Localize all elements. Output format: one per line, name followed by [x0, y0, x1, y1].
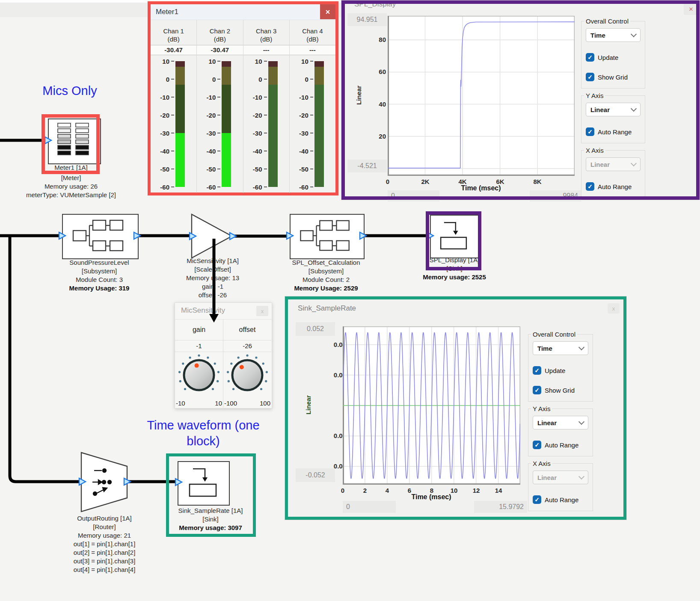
pin-icon[interactable]: [427, 232, 433, 239]
meter-segment: [222, 133, 231, 187]
pin-icon[interactable]: [190, 233, 196, 240]
meter-tick-dash: [310, 61, 313, 62]
mic-panel-title: MicSensitivity: [181, 306, 225, 315]
close-button[interactable]: ✕: [684, 3, 698, 15]
pin-icon[interactable]: [175, 479, 182, 486]
channel-scale: 10 0 -10 -20 -30 -40 -50 -60: [197, 55, 243, 193]
x-axis-label: Time (msec): [461, 184, 501, 192]
y-tick-label: 20: [365, 132, 386, 141]
pin-icon[interactable]: [287, 232, 293, 239]
pin-icon[interactable]: [45, 137, 51, 144]
meter1-window-titlebar[interactable]: Meter1 ✕: [151, 4, 335, 20]
meter-segment: [222, 61, 231, 67]
x-max-field[interactable]: 9984: [530, 190, 581, 201]
y-tick-label: 40: [365, 100, 386, 109]
sink-y-axis-dropdown[interactable]: Linear: [533, 416, 588, 429]
meter-tick-dash: [264, 187, 267, 187]
chart-plot: [388, 16, 575, 176]
meter-scale-tick: -10: [243, 94, 262, 101]
sink-auto-range-checkbox[interactable]: ✓ Auto Range: [533, 441, 588, 449]
checkbox-checked-icon: ✓: [586, 182, 594, 191]
meter-scale-tick: -10: [290, 94, 308, 101]
x-min-field[interactable]: 0: [343, 501, 396, 513]
meter-tick-dash: [310, 115, 313, 115]
param-name: offset: [223, 320, 271, 340]
spl-show-grid-checkbox[interactable]: ✓ Show Grid: [586, 73, 641, 81]
dropdown-value: Linear: [590, 106, 610, 113]
sink-plot[interactable]: [343, 326, 520, 485]
y-max-field[interactable]: 94.951: [347, 13, 387, 26]
knob-icon[interactable]: [177, 353, 221, 397]
meter-scale-tick: -10: [197, 94, 216, 101]
checkbox-label: Auto Range: [545, 441, 578, 449]
meter-scale-tick: -60: [197, 184, 216, 191]
spl-plot[interactable]: [388, 16, 575, 176]
pin-icon[interactable]: [360, 232, 366, 239]
meter-scale-tick: -10: [151, 94, 169, 101]
spl-y-axis-dropdown[interactable]: Linear: [586, 103, 641, 116]
chevron-down-icon: [578, 344, 584, 350]
meter-scale-tick: -20: [151, 112, 169, 119]
meter-scale-tick: -20: [197, 112, 216, 119]
x-tick-label: 2: [363, 486, 367, 495]
sink-samplerate-window: Sink_SampleRate x 0.052 -0.052 Linear Ti…: [285, 296, 627, 520]
close-button[interactable]: x: [608, 303, 620, 314]
meter-tick-dash: [171, 187, 174, 187]
meter-channel-4: Chan 4(dB) --- 10 0 -10 -20 -30 -40 -50 …: [290, 20, 335, 193]
pin-icon[interactable]: [230, 233, 236, 240]
sink-show-grid-checkbox[interactable]: ✓ Show Grid: [533, 386, 588, 394]
close-button[interactable]: x: [256, 306, 268, 316]
channel-scale: 10 0 -10 -20 -30 -40 -50 -60: [243, 55, 289, 193]
checkbox-checked-icon: ✓: [586, 127, 594, 136]
y-min-field[interactable]: -0.052: [296, 468, 335, 482]
x-max-field[interactable]: 15.9792: [474, 501, 527, 513]
channel-value: -30.47: [197, 45, 243, 55]
pin-icon[interactable]: [59, 232, 65, 239]
knob-zone: -100 100: [223, 352, 271, 409]
mic-params: gain -1 -10 10 offset -26 -100: [175, 320, 272, 409]
mic-panel-titlebar[interactable]: MicSensitivity x: [175, 303, 272, 320]
meter-scale-tick: -60: [290, 184, 308, 191]
spl-group-overall-control: Overall Control Time ✓ Update ✓ Show Gri…: [581, 21, 645, 89]
meter-tick-dash: [310, 133, 313, 133]
param-value: -26: [223, 340, 271, 352]
sink-update-checkbox[interactable]: ✓ Update: [533, 366, 588, 375]
meter-bar: [268, 61, 278, 187]
sink-overall-control-dropdown[interactable]: Time: [533, 341, 588, 355]
x-tick-label: 10: [451, 486, 458, 495]
meter-scale-tick: -30: [151, 130, 169, 137]
y-max-field[interactable]: 0.052: [296, 322, 335, 336]
meter-scale-tick: -20: [243, 112, 262, 119]
sink-group-x-axis: X Axis Linear ✓ Auto Range: [528, 463, 593, 511]
meter-tick-dash: [217, 97, 220, 98]
checkbox-label: Show Grid: [545, 387, 575, 394]
x-tick-label: 0: [341, 486, 344, 495]
pin-icon[interactable]: [79, 478, 86, 485]
knob-icon[interactable]: [225, 353, 270, 397]
meter-segment: [175, 67, 185, 85]
meter-scale-tick: -40: [151, 148, 169, 155]
spl-auto-range-checkbox[interactable]: ✓ Auto Range: [586, 127, 641, 136]
meter-tick-dash: [264, 79, 267, 80]
meter-scale-tick: 10: [290, 58, 308, 65]
param-value: -1: [175, 340, 223, 352]
y-min-field[interactable]: -4.521: [347, 160, 387, 172]
spl-auto-range-checkbox[interactable]: ✓ Auto Range: [586, 182, 641, 191]
meter-tick-dash: [217, 187, 220, 187]
pin-icon[interactable]: [124, 478, 131, 485]
spl-overall-control-dropdown[interactable]: Time: [586, 28, 641, 42]
meter-scale-tick: 0: [151, 76, 169, 83]
meter1-window-title: Meter1: [156, 8, 178, 16]
x-min-field[interactable]: 0: [388, 190, 439, 201]
sink-x-axis-dropdown[interactable]: Linear: [533, 471, 588, 484]
checkbox-checked-icon: ✓: [586, 73, 594, 81]
meter-tick-dash: [310, 79, 313, 80]
pin-icon[interactable]: [134, 232, 140, 239]
close-button[interactable]: ✕: [320, 4, 335, 19]
meter-segment: [175, 85, 185, 133]
sink-auto-range-checkbox[interactable]: ✓ Auto Range: [533, 495, 588, 504]
dropdown-value: Time: [537, 345, 552, 352]
spl-x-axis-dropdown[interactable]: Linear: [586, 157, 641, 171]
chevron-down-icon: [578, 419, 584, 425]
spl-update-checkbox[interactable]: ✓ Update: [586, 53, 641, 62]
